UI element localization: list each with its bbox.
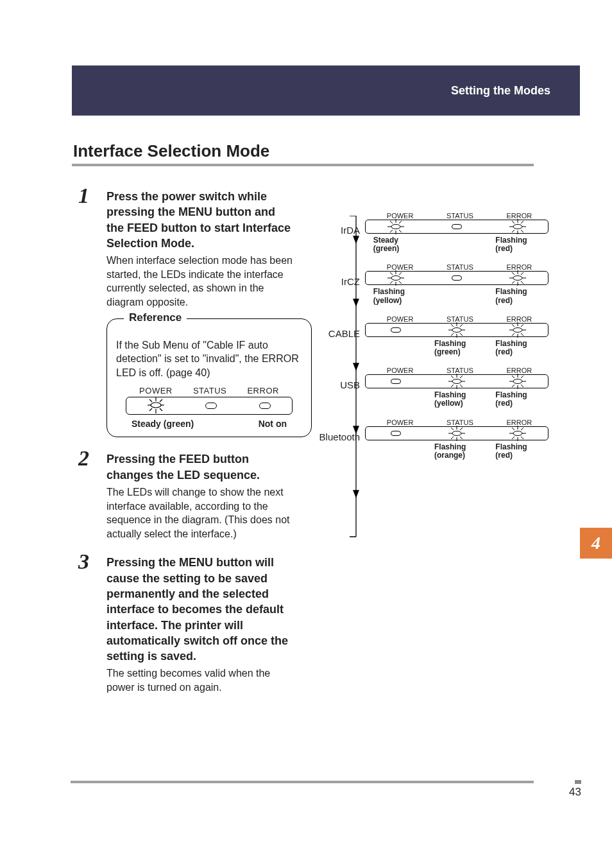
svg-point-45 bbox=[513, 276, 522, 281]
svg-line-88 bbox=[521, 376, 523, 378]
svg-line-97 bbox=[460, 428, 463, 430]
status-led-state: Flashing(green) bbox=[434, 340, 479, 356]
error-led-icon bbox=[259, 403, 271, 409]
error-led-state: Flashing(red) bbox=[495, 236, 540, 253]
status-led-icon bbox=[447, 427, 466, 440]
step-heading: Pressing the FEED button changes the LED… bbox=[106, 451, 295, 483]
svg-line-34 bbox=[521, 221, 523, 223]
power-led-state: Flashing(yellow) bbox=[373, 288, 418, 304]
steps-column: 1 Press the power switch while pressing … bbox=[83, 189, 295, 709]
power-led-state: Steady(green) bbox=[373, 236, 418, 253]
svg-line-8 bbox=[149, 408, 152, 411]
led-sequence-diagram: IrDAPOWERSTATUSERRORSteady(green)Flashin… bbox=[311, 212, 548, 470]
interface-name: USB bbox=[311, 379, 364, 390]
svg-line-25 bbox=[399, 221, 402, 223]
power-led-state bbox=[373, 443, 418, 460]
svg-point-54 bbox=[452, 327, 461, 332]
error-led-icon bbox=[508, 427, 527, 440]
power-led-icon bbox=[148, 399, 163, 412]
page-title: Interface Selection Mode bbox=[72, 141, 534, 166]
interface-name: IrDA bbox=[311, 225, 364, 236]
svg-line-87 bbox=[521, 385, 523, 387]
led-panel bbox=[126, 397, 293, 415]
led-panel bbox=[365, 374, 548, 388]
chapter-tab: 4 bbox=[580, 528, 612, 559]
error-led-icon bbox=[508, 220, 527, 233]
error-led-state: Flashing(red) bbox=[495, 443, 540, 460]
chapter-number: 4 bbox=[591, 533, 600, 553]
svg-line-42 bbox=[399, 281, 402, 284]
led-state-row: Steady (green) Not on bbox=[129, 419, 289, 429]
led-panel bbox=[365, 271, 548, 285]
status-led-icon bbox=[205, 403, 217, 409]
step-heading: Pressing the MENU button will cause the … bbox=[106, 555, 295, 664]
svg-point-36 bbox=[391, 276, 400, 281]
svg-line-80 bbox=[451, 385, 454, 387]
reference-label: Reference bbox=[124, 311, 187, 324]
svg-line-52 bbox=[521, 272, 523, 275]
status-led-icon bbox=[447, 375, 466, 388]
interface-name: Bluetooth bbox=[311, 431, 364, 442]
led-state-row: Flashing(green)Flashing(red) bbox=[365, 337, 548, 363]
diagram-row: USBPOWERSTATUSERRORFlashing(yellow)Flash… bbox=[311, 367, 548, 414]
error-led-state: Not on bbox=[259, 419, 287, 429]
power-led-icon bbox=[386, 324, 405, 336]
svg-line-98 bbox=[451, 437, 454, 439]
step-body: The setting becomes valid when the power… bbox=[106, 666, 295, 694]
led-header-error: ERROR bbox=[247, 386, 278, 395]
step-number: 3 bbox=[78, 551, 89, 573]
step-number: 2 bbox=[78, 447, 89, 469]
svg-line-69 bbox=[521, 333, 523, 336]
svg-line-59 bbox=[451, 324, 454, 327]
step-body: The LEDs will change to show the next in… bbox=[106, 485, 295, 541]
svg-line-77 bbox=[451, 376, 454, 378]
svg-line-26 bbox=[390, 230, 393, 232]
reference-box: Reference If the Sub Menu of "Cable IF a… bbox=[106, 318, 312, 438]
svg-line-106 bbox=[521, 428, 523, 430]
svg-line-105 bbox=[521, 437, 523, 439]
led-state-row: Flashing(orange)Flashing(red) bbox=[365, 440, 548, 466]
svg-marker-14 bbox=[353, 490, 359, 497]
status-led-state bbox=[434, 236, 479, 253]
error-led-state: Flashing(red) bbox=[495, 288, 540, 304]
interface-name: CABLE bbox=[311, 328, 364, 339]
led-header-power: POWER bbox=[387, 367, 414, 374]
led-state-row: Flashing(yellow)Flashing(red) bbox=[365, 388, 548, 414]
svg-line-61 bbox=[460, 324, 463, 327]
led-panel bbox=[365, 426, 548, 440]
power-led-state bbox=[373, 340, 418, 356]
status-led-icon bbox=[447, 272, 466, 284]
led-state-row: Flashing(yellow)Flashing(red) bbox=[365, 285, 548, 311]
footer-rule bbox=[71, 781, 534, 783]
interface-name: IrCZ bbox=[311, 276, 364, 287]
led-header-status: STATUS bbox=[446, 212, 473, 220]
svg-point-81 bbox=[513, 379, 522, 384]
svg-line-62 bbox=[451, 333, 454, 336]
svg-line-24 bbox=[399, 230, 402, 232]
svg-line-104 bbox=[512, 428, 514, 430]
led-header-power: POWER bbox=[387, 419, 414, 426]
led-header-status: STATUS bbox=[446, 263, 473, 271]
svg-line-50 bbox=[512, 272, 514, 275]
power-led-state: Steady (green) bbox=[132, 419, 194, 429]
svg-point-0 bbox=[151, 403, 161, 408]
svg-point-63 bbox=[513, 327, 522, 332]
reference-text: If the Sub Menu of "Cable IF auto detect… bbox=[116, 338, 302, 380]
svg-line-7 bbox=[160, 399, 162, 402]
diagram-row: IrDAPOWERSTATUSERRORSteady(green)Flashin… bbox=[311, 212, 548, 259]
svg-line-71 bbox=[512, 333, 514, 336]
led-header-power: POWER bbox=[139, 386, 173, 395]
svg-line-6 bbox=[160, 408, 162, 411]
step-number: 1 bbox=[78, 185, 89, 207]
svg-point-18 bbox=[391, 225, 400, 229]
status-led-state bbox=[434, 288, 479, 304]
diagram-row: CABLEPOWERSTATUSERRORFlashing(green)Flas… bbox=[311, 315, 548, 363]
svg-line-79 bbox=[460, 376, 463, 378]
status-led-state: Flashing(orange) bbox=[434, 443, 479, 460]
led-header-row: POWER STATUS ERROR bbox=[129, 386, 289, 395]
svg-line-96 bbox=[460, 437, 463, 439]
led-panel bbox=[365, 220, 548, 234]
step-heading: Press the power switch while pressing th… bbox=[106, 189, 295, 251]
svg-line-43 bbox=[399, 272, 402, 275]
header-section: Setting the Modes bbox=[451, 84, 550, 98]
